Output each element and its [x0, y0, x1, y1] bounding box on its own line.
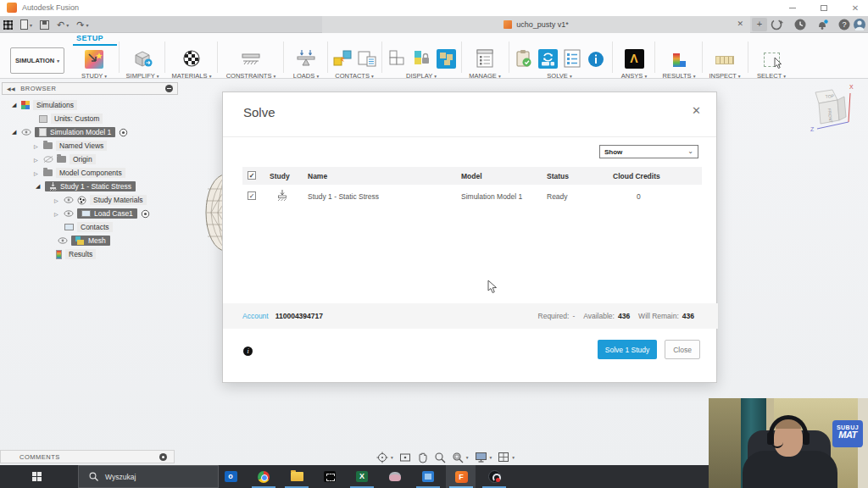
row-name: Study 1 - Static Stress [308, 192, 379, 201]
ribbon-group-simplify[interactable]: SIMPLIFY ▾ [120, 46, 164, 80]
document-tab[interactable]: ucho_pusty v1* ✕ [322, 16, 750, 33]
ribbon-group-select[interactable]: SELECT ▾ [749, 46, 793, 80]
row-checkbox[interactable]: ✓ [248, 191, 256, 200]
ribbon-group-inspect[interactable]: INSPECT ▾ [704, 46, 746, 80]
visibility-eye-icon[interactable] [64, 197, 74, 203]
redo-button[interactable]: ↷▾ [76, 20, 88, 30]
browser-item-mesh[interactable]: Mesh [2, 234, 178, 247]
account-link[interactable]: Account [242, 312, 269, 320]
orbit-icon[interactable] [376, 452, 388, 463]
taskbar-photos-icon[interactable] [413, 469, 443, 485]
taskbar-search[interactable]: Wyszukaj [78, 465, 219, 488]
expand-arrow-icon[interactable]: ◢ [12, 129, 18, 136]
ribbon-group-solve[interactable]: SOLVE ▾ [510, 46, 609, 80]
visibility-eye-icon[interactable] [64, 210, 74, 217]
solve-study-button[interactable]: Solve 1 Study [598, 340, 657, 359]
job-status-clock-icon[interactable] [793, 18, 807, 31]
taskbar-file-explorer-icon[interactable] [281, 469, 312, 485]
window-minimize-button[interactable] [782, 1, 804, 14]
dialog-close-icon[interactable]: ✕ [692, 104, 701, 117]
browser-item-model-components[interactable]: ▷ Model Components [2, 166, 178, 180]
user-avatar[interactable] [853, 18, 866, 31]
close-button[interactable]: Close [665, 340, 700, 359]
mesh-sphere-model[interactable] [203, 174, 223, 252]
select-all-checkbox[interactable]: ✓ [248, 171, 256, 180]
app-grid-icon[interactable] [3, 20, 13, 30]
collapsed-arrow-icon[interactable]: ▷ [34, 170, 40, 176]
expand-arrow-icon[interactable]: ◢ [36, 183, 42, 190]
workspace-selector[interactable]: SIMULATION ▾ [10, 47, 64, 74]
visibility-eye-icon[interactable] [21, 129, 31, 136]
taskbar-chrome-icon[interactable] [248, 469, 279, 485]
browser-item-simulation-model-1[interactable]: ◢ Simulation Model 1 [2, 125, 178, 139]
taskbar-obs-icon[interactable] [479, 469, 509, 485]
solve-info-icon[interactable] [587, 50, 605, 69]
browser-header[interactable]: ◀◀ BROWSER [2, 82, 178, 95]
collapse-panel-icon[interactable]: ◀◀ [7, 86, 15, 92]
viewcube[interactable]: TOP FRONT X Z [807, 81, 866, 141]
taskbar-app-icon[interactable] [380, 469, 410, 485]
credits-summary: Required: - Available: 436 Will Remain: … [538, 312, 694, 320]
pan-hand-icon[interactable] [417, 452, 428, 463]
show-dropdown[interactable]: Show ⌄ [599, 145, 698, 158]
ribbon-group-materials[interactable]: MATERIALS ▾ [166, 46, 217, 80]
browser-item-origin[interactable]: ▷ Origin [2, 152, 178, 166]
display-settings-icon[interactable] [475, 452, 487, 463]
browser-item-study-materials[interactable]: ▷ Study Materials [2, 193, 178, 207]
study-table-header: ✓ Study Name Model Status Cloud Credits [242, 167, 702, 185]
dialog-info-icon[interactable]: i [243, 347, 253, 356]
ribbon-group-manage[interactable]: MANAGE ▾ [463, 46, 507, 80]
zoom-icon[interactable] [434, 452, 446, 463]
taskbar-excel-icon[interactable]: X [347, 469, 377, 485]
visibility-eye-icon[interactable] [58, 237, 68, 244]
taskbar-fusion-icon[interactable]: F [446, 469, 476, 485]
collapsed-arrow-icon[interactable]: ▷ [54, 211, 60, 217]
ribbon-group-ansys[interactable]: Λ ANSYS ▾ [614, 46, 654, 80]
window-maximize-button[interactable] [813, 1, 835, 14]
ribbon-group-contacts[interactable]: CONTACTS ▾ [329, 46, 380, 80]
panel-handle-icon[interactable] [165, 85, 173, 92]
file-menu-button[interactable]: ▾ [20, 19, 32, 30]
browser-item-load-case1[interactable]: ▷ Load Case1 [2, 207, 178, 220]
collapsed-arrow-icon[interactable]: ▷ [54, 197, 60, 203]
browser-item-units[interactable]: Units: Custom [2, 112, 178, 125]
collapsed-arrow-icon[interactable]: ▷ [34, 157, 40, 163]
study-table-row[interactable]: ✓ Study 1 - Static Stress Simulation Mod… [242, 185, 702, 208]
save-button[interactable] [40, 20, 49, 30]
taskbar-capture-tool-icon[interactable] [314, 469, 345, 485]
notifications-bell-icon[interactable] [815, 18, 829, 31]
undo-button[interactable]: ↶▾ [57, 20, 69, 30]
expand-arrow-icon[interactable]: ◢ [12, 102, 18, 108]
grid-snaps-icon[interactable] [498, 452, 509, 463]
ribbon-group-loads[interactable]: LOADS ▾ [285, 46, 327, 80]
browser-item-named-views[interactable]: ▷ Named Views [2, 139, 178, 152]
ribbon-group-constraints[interactable]: CONSTRAINTS ▾ [219, 46, 283, 80]
start-button[interactable] [32, 472, 42, 482]
browser-item-contacts[interactable]: Contacts [2, 220, 178, 234]
document-tab-close-button[interactable]: ✕ [737, 19, 743, 28]
browser-item-simulations[interactable]: ◢ Simulations [2, 98, 178, 112]
help-icon[interactable]: ? [837, 18, 851, 31]
browser-item-study-1[interactable]: ◢ Study 1 - Static Stress [2, 180, 178, 193]
window-close-button[interactable]: ✕ [844, 1, 866, 14]
collapsed-arrow-icon[interactable]: ▷ [34, 143, 40, 149]
navigation-toolbar: ▾ ▾ ▾ ▾ [376, 450, 515, 464]
ribbon-group-results[interactable]: RESULTS ▾ [656, 46, 702, 80]
tab-setup[interactable]: SETUP [76, 34, 103, 42]
extensions-icon[interactable] [770, 18, 783, 31]
search-placeholder: Wyszukaj [105, 473, 136, 481]
comments-handle-icon[interactable] [159, 453, 167, 461]
new-tab-button[interactable]: + [752, 18, 767, 31]
ribbon-group-display[interactable]: DISPLAY ▾ [383, 46, 459, 80]
activate-radio-icon[interactable] [141, 209, 150, 219]
activate-radio-icon[interactable] [119, 128, 128, 137]
look-at-icon[interactable] [399, 452, 411, 463]
zoom-window-icon[interactable] [452, 452, 464, 463]
caret-down-icon: ▾ [30, 22, 32, 28]
taskbar-outlook-icon[interactable]: o [215, 469, 246, 485]
browser-item-results[interactable]: Results [2, 247, 178, 261]
ribbon-group-study[interactable]: STUDY ▾ [75, 46, 114, 80]
units-icon [39, 115, 47, 123]
visibility-off-eye-icon[interactable] [43, 156, 53, 163]
comments-bar[interactable]: COMMENTS [0, 450, 175, 463]
